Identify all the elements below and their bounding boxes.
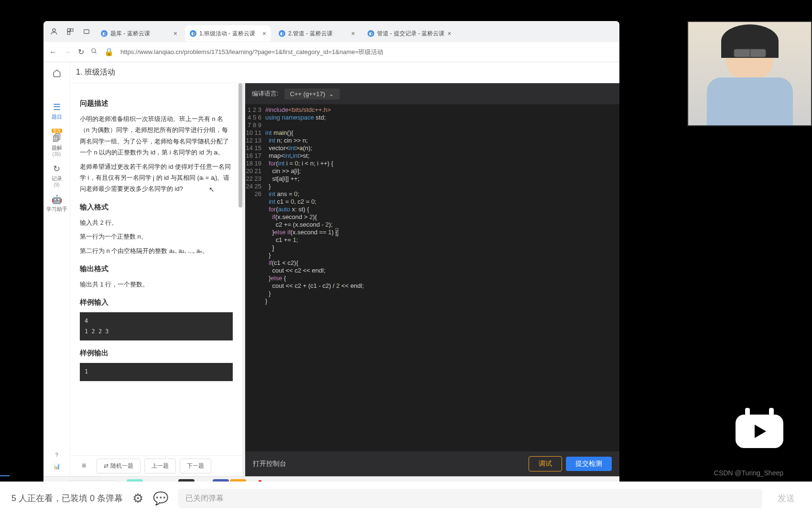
prev-button[interactable]: 上一题 bbox=[144, 459, 176, 474]
problem-text: 输出共 1 行，一个整数。 bbox=[80, 279, 233, 290]
workspace-icon[interactable] bbox=[64, 25, 77, 38]
language-select[interactable]: C++ (g++17)⌄ bbox=[284, 88, 340, 99]
favicon-icon: ◐ bbox=[368, 30, 374, 37]
sidebar-item-problem[interactable]: ☰题目 bbox=[46, 99, 67, 123]
lang-value: C++ (g++17) bbox=[290, 90, 325, 98]
forward-icon[interactable]: → bbox=[64, 48, 71, 56]
favicon-icon: ◐ bbox=[190, 30, 196, 37]
svg-rect-3 bbox=[67, 32, 70, 34]
tab-2[interactable]: ◐2.管道 - 蓝桥云课× bbox=[274, 25, 360, 42]
section-heading: 输入格式 bbox=[80, 200, 233, 213]
tab-3[interactable]: ◐管道 - 提交记录 - 蓝桥云课× bbox=[363, 25, 456, 42]
close-icon[interactable]: × bbox=[351, 30, 355, 37]
problem-text: 第二行为 n 个由空格隔开的整数 a₁, a₂, ..., aₙ。 bbox=[80, 245, 233, 256]
close-icon[interactable]: × bbox=[262, 30, 266, 37]
sample-input: 4 1 2 2 3 bbox=[80, 312, 233, 340]
problem-panel: 问题描述 小明的老师准备组织一次班级活动。班上一共有 n 名（n 为偶数）同学，… bbox=[70, 83, 242, 476]
sidebar: ☰题目 官方🗐题解(35) ↻记录(9) 🤖学习助手 ? 📊 bbox=[43, 62, 70, 476]
page-title: 1. 班级活动 bbox=[70, 62, 619, 83]
code-panel: 编译语言: C++ (g++17)⌄ 1 2 3 4 5 6 7 8 9 10 … bbox=[245, 83, 619, 476]
lock-icon: 🔒 bbox=[104, 47, 114, 56]
section-heading: 问题描述 bbox=[80, 97, 233, 110]
sidebar-item-assistant[interactable]: 🤖学习助手 bbox=[46, 191, 67, 216]
refresh-icon[interactable]: ↻ bbox=[78, 47, 84, 56]
tab-label: 2.管道 - 蓝桥云课 bbox=[288, 30, 333, 38]
tab-1[interactable]: ◐1.班级活动 - 蓝桥云课× bbox=[185, 25, 271, 42]
svg-point-5 bbox=[92, 48, 96, 52]
section-heading: 样例输出 bbox=[80, 346, 233, 359]
lang-label: 编译语言: bbox=[252, 89, 279, 98]
svg-rect-2 bbox=[71, 29, 73, 31]
sidebar-label: 题目 bbox=[52, 114, 62, 120]
problem-icon: ☰ bbox=[46, 102, 67, 112]
svg-point-0 bbox=[53, 29, 55, 32]
tabs-icon[interactable] bbox=[80, 25, 93, 38]
webcam-overlay bbox=[687, 21, 812, 126]
favicon-icon: ◐ bbox=[279, 30, 285, 37]
sample-output: 1 bbox=[80, 363, 233, 381]
svg-rect-4 bbox=[84, 30, 89, 33]
svg-line-6 bbox=[95, 52, 97, 53]
submit-button[interactable]: 提交检测 bbox=[566, 457, 612, 471]
home-icon[interactable] bbox=[46, 66, 67, 83]
help-icon[interactable]: ? bbox=[46, 449, 67, 460]
history-icon: ↻ bbox=[46, 164, 67, 174]
browser-titlebar: ◐题库 - 蓝桥云课× ◐1.班级活动 - 蓝桥云课× ◐2.管道 - 蓝桥云课… bbox=[43, 21, 619, 42]
problem-text: 输入共 2 行。 bbox=[80, 217, 233, 228]
tab-0[interactable]: ◐题库 - 蓝桥云课× bbox=[96, 25, 182, 42]
danmu-toggle-icon[interactable]: 💬 bbox=[153, 491, 168, 506]
cursor-icon: ↖ bbox=[209, 184, 215, 196]
language-bar: 编译语言: C++ (g++17)⌄ bbox=[245, 83, 619, 104]
viewer-count: 5 人正在看，已装填 0 条弹幕 bbox=[11, 493, 123, 504]
video-progress[interactable] bbox=[0, 475, 10, 476]
video-controls: 5 人正在看，已装填 0 条弹幕 ⚙ 💬 已关闭弹幕 发送 bbox=[0, 482, 812, 515]
problem-text: 第一行为一个正整数 n。 bbox=[80, 231, 233, 242]
code-content[interactable]: #include<bits/stdc++.h> using namespace … bbox=[265, 104, 619, 451]
close-icon[interactable]: × bbox=[173, 30, 177, 37]
svg-rect-1 bbox=[67, 29, 70, 31]
danmu-input[interactable]: 已关闭弹幕 bbox=[178, 489, 762, 508]
tab-label: 管道 - 提交记录 - 蓝桥云课 bbox=[377, 30, 444, 38]
send-button[interactable]: 发送 bbox=[772, 493, 801, 504]
tab-label: 题库 - 蓝桥云课 bbox=[110, 30, 150, 38]
play-button[interactable] bbox=[736, 415, 783, 448]
section-heading: 样例输入 bbox=[80, 296, 233, 308]
section-heading: 输出格式 bbox=[80, 262, 233, 275]
code-editor[interactable]: 1 2 3 4 5 6 7 8 9 10 11 12 13 14 15 16 1… bbox=[245, 104, 619, 451]
sidebar-label: 学习助手 bbox=[46, 206, 67, 212]
debug-button[interactable]: 调试 bbox=[529, 456, 562, 471]
close-icon[interactable]: × bbox=[447, 30, 451, 37]
sidebar-item-records[interactable]: ↻记录(9) bbox=[46, 161, 67, 190]
list-button[interactable]: ≡ bbox=[75, 457, 93, 475]
watermark: CSDN @Turing_Sheep bbox=[714, 469, 783, 477]
profile-icon[interactable] bbox=[47, 25, 61, 38]
solution-icon: 🗐 bbox=[46, 133, 67, 143]
line-gutter: 1 2 3 4 5 6 7 8 9 10 11 12 13 14 15 16 1… bbox=[245, 104, 265, 451]
editor-bottom-bar: 打开控制台 调试 提交检测 bbox=[245, 451, 619, 476]
back-icon[interactable]: ← bbox=[49, 48, 57, 56]
tab-label: 1.班级活动 - 蓝桥云课 bbox=[199, 30, 255, 38]
url-text[interactable]: https://www.lanqiao.cn/problems/17153/le… bbox=[120, 48, 614, 56]
favicon-icon: ◐ bbox=[101, 30, 108, 37]
scrollbar[interactable] bbox=[238, 83, 242, 208]
chevron-down-icon: ⌄ bbox=[329, 90, 334, 98]
console-toggle[interactable]: 打开控制台 bbox=[253, 460, 286, 468]
count: (9) bbox=[46, 182, 67, 187]
random-button[interactable]: ⇄ 随机一题 bbox=[97, 459, 140, 474]
stats-icon[interactable]: 📊 bbox=[46, 460, 67, 472]
danmu-settings-icon[interactable]: ⚙ bbox=[132, 491, 143, 506]
next-button[interactable]: 下一题 bbox=[180, 459, 211, 474]
search-icon[interactable] bbox=[91, 48, 97, 56]
address-bar: ← → ↻ 🔒 https://www.lanqiao.cn/problems/… bbox=[43, 42, 619, 62]
count: (35) bbox=[46, 152, 67, 157]
badge: 官方 bbox=[52, 129, 62, 133]
problem-text: 小明的老师准备组织一次班级活动。班上一共有 n 名（n 为偶数）同学，老师想把所… bbox=[80, 113, 233, 158]
sidebar-label: 题解 bbox=[52, 145, 62, 151]
sidebar-label: 记录 bbox=[52, 175, 62, 181]
sidebar-item-solution[interactable]: 官方🗐题解(35) bbox=[46, 124, 67, 160]
assistant-icon: 🤖 bbox=[46, 194, 67, 205]
